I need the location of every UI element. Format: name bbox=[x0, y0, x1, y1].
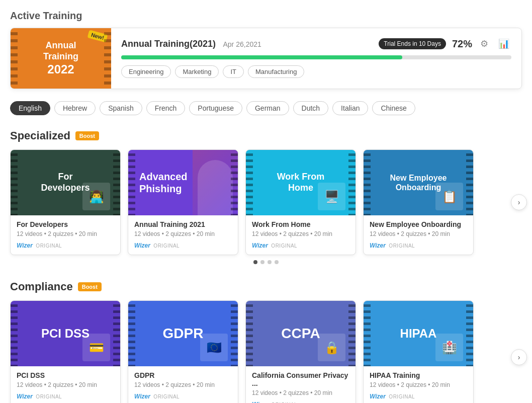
course-body-pci: PCI DSS 12 videos • 2 quizzes • 20 min W… bbox=[11, 366, 120, 403]
film-left-hipaa bbox=[364, 301, 371, 366]
course-name-1: For Developers bbox=[17, 220, 114, 228]
film-right-4 bbox=[466, 150, 473, 215]
wizer-logo-2: Wizer ORIGINAL bbox=[134, 240, 232, 250]
course-meta-1: 12 videos • 2 quizzes • 20 min bbox=[17, 230, 114, 237]
lang-hebrew[interactable]: Hebrew bbox=[54, 101, 96, 115]
lang-portuguese[interactable]: Portuguese bbox=[189, 101, 242, 115]
dot-1 bbox=[253, 260, 257, 264]
course-body-ccpa: California Consumer Privacy ... 12 video… bbox=[246, 366, 356, 403]
course-body-1: For Developers 12 videos • 2 quizzes • 2… bbox=[11, 215, 120, 255]
course-thumb-hipaa: HIPAA 🏥 bbox=[364, 301, 473, 366]
progress-percent: 72% bbox=[452, 38, 472, 50]
course-thumb-title-3: Work FromHome bbox=[273, 172, 329, 193]
course-card-hipaa[interactable]: HIPAA 🏥 HIPAA Training 12 videos • 2 qui… bbox=[363, 300, 474, 403]
course-meta-pci: 12 videos • 2 quizzes • 20 min bbox=[17, 381, 114, 388]
training-header-right: Trial Ends in 10 Days 72% ⚙ 📊 bbox=[379, 36, 511, 51]
wizer-logo-hipaa: Wizer ORIGINAL bbox=[370, 391, 467, 400]
dot-4 bbox=[275, 260, 279, 264]
film-right-pci bbox=[113, 301, 120, 366]
film-right-2 bbox=[231, 150, 238, 215]
course-thumb-onboarding: New EmployeeOnboarding 📋 bbox=[364, 150, 473, 215]
film-left-2 bbox=[128, 150, 135, 215]
course-thumb-title-ccpa: CCPA bbox=[277, 325, 324, 342]
compliance-section: Compliance Boost PCI DSS 💳 PCI DSS 12 vi… bbox=[10, 280, 522, 403]
course-card-pci-dss[interactable]: PCI DSS 💳 PCI DSS 12 videos • 2 quizzes … bbox=[10, 300, 121, 403]
chart-button[interactable]: 📊 bbox=[496, 36, 511, 51]
thumbnail-line1: Annual bbox=[43, 40, 78, 51]
course-meta-3: 12 videos • 2 quizzes • 20 min bbox=[252, 230, 349, 237]
thumbnail-line2: Training bbox=[43, 51, 78, 62]
specialized-label: Specialized bbox=[10, 129, 70, 142]
course-thumb-title-4: New EmployeeOnboarding bbox=[386, 173, 451, 192]
dot-2 bbox=[260, 260, 264, 264]
film-right-ccpa bbox=[348, 301, 356, 366]
course-body-4: New Employee Onboarding 12 videos • 2 qu… bbox=[364, 215, 473, 255]
thumbnail-year: 2022 bbox=[43, 62, 78, 76]
tag-manufacturing[interactable]: Manufacturing bbox=[248, 65, 304, 78]
training-date: Apr 26,2021 bbox=[223, 40, 261, 48]
wizer-logo-4: Wizer ORIGINAL bbox=[370, 240, 467, 250]
course-thumb-work-from-home: Work FromHome 🖥️ bbox=[246, 150, 356, 215]
lang-spanish[interactable]: Spanish bbox=[100, 101, 142, 115]
specialized-pagination bbox=[10, 260, 522, 264]
course-name-hipaa: HIPAA Training bbox=[370, 371, 467, 379]
training-title-group: Annual Training(2021) Apr 26,2021 bbox=[121, 39, 261, 49]
gear-button[interactable]: ⚙ bbox=[478, 36, 490, 51]
film-strip-right bbox=[104, 28, 111, 89]
compliance-header: Compliance Boost bbox=[10, 280, 522, 293]
compliance-label: Compliance bbox=[10, 280, 73, 293]
specialized-boost-badge: Boost bbox=[75, 131, 99, 140]
training-thumbnail: Annual Training 2022 New! bbox=[11, 28, 111, 89]
training-tags: Engineering Marketing IT Manufacturing bbox=[121, 65, 511, 78]
wizer-logo-ccpa: Wizer ORIGINAL bbox=[252, 399, 349, 403]
tag-engineering[interactable]: Engineering bbox=[121, 65, 171, 78]
lang-french[interactable]: French bbox=[146, 101, 186, 115]
specialized-course-row: ForDevelopers 👨‍💻 For Developers 12 vide… bbox=[10, 149, 522, 255]
active-training-section: Active Training Annual Training 2022 New… bbox=[10, 10, 522, 89]
course-card-work-from-home[interactable]: Work FromHome 🖥️ Work From Home 12 video… bbox=[245, 149, 356, 255]
active-training-card: Annual Training 2022 New! Annual Trainin… bbox=[10, 28, 522, 89]
course-card-for-developers[interactable]: ForDevelopers 👨‍💻 For Developers 12 vide… bbox=[10, 149, 121, 255]
course-meta-2: 12 videos • 2 quizzes • 20 min bbox=[134, 230, 232, 237]
film-right-gdpr bbox=[231, 301, 238, 366]
wizer-logo-gdpr: Wizer ORIGINAL bbox=[134, 391, 232, 400]
compliance-next-arrow[interactable]: › bbox=[511, 349, 527, 365]
film-right-3 bbox=[348, 150, 356, 215]
course-thumb-for-developers: ForDevelopers 👨‍💻 bbox=[11, 150, 120, 215]
course-thumb-gdpr: GDPR 🇪🇺 bbox=[128, 301, 238, 366]
tag-it[interactable]: IT bbox=[223, 65, 244, 78]
course-thumb-title-gdpr: GDPR bbox=[159, 325, 208, 342]
active-training-title: Active Training bbox=[10, 10, 522, 22]
course-name-ccpa: California Consumer Privacy ... bbox=[252, 371, 349, 387]
course-name-2: Annual Training 2021 bbox=[134, 220, 232, 228]
film-left-ccpa bbox=[246, 301, 253, 366]
lang-italian[interactable]: Italian bbox=[332, 101, 368, 115]
course-card-gdpr[interactable]: GDPR 🇪🇺 GDPR 12 videos • 2 quizzes • 20 … bbox=[128, 300, 238, 403]
course-body-2: Annual Training 2021 12 videos • 2 quizz… bbox=[128, 215, 238, 255]
film-right-hipaa bbox=[466, 301, 473, 366]
tag-marketing[interactable]: Marketing bbox=[175, 65, 219, 78]
training-header: Annual Training(2021) Apr 26,2021 Trial … bbox=[121, 36, 511, 51]
lang-english[interactable]: English bbox=[10, 101, 50, 115]
film-left-gdpr bbox=[128, 301, 135, 366]
course-card-onboarding[interactable]: New EmployeeOnboarding 📋 New Employee On… bbox=[363, 149, 474, 255]
course-thumb-pci: PCI DSS 💳 bbox=[11, 301, 120, 366]
specialized-header: Specialized Boost bbox=[10, 129, 522, 142]
course-thumb-title-1: ForDevelopers bbox=[37, 172, 94, 193]
course-card-ccpa[interactable]: CCPA 🔒 California Consumer Privacy ... 1… bbox=[245, 300, 356, 403]
compliance-boost-badge: Boost bbox=[78, 282, 102, 291]
course-meta-hipaa: 12 videos • 2 quizzes • 20 min bbox=[370, 381, 467, 388]
course-card-advanced-phishing[interactable]: AdvancedPhishing Annual Training 2021 12… bbox=[128, 149, 238, 255]
lang-chinese[interactable]: Chinese bbox=[372, 101, 415, 115]
film-left-4 bbox=[364, 150, 371, 215]
film-left-pci bbox=[11, 301, 18, 366]
film-right-1 bbox=[113, 150, 120, 215]
course-name-gdpr: GDPR bbox=[134, 371, 232, 379]
specialized-next-arrow[interactable]: › bbox=[511, 194, 527, 210]
wizer-logo-3: Wizer ORIGINAL bbox=[252, 240, 349, 250]
training-title: Annual Training(2021) bbox=[121, 39, 216, 49]
specialized-section: Specialized Boost ForDevelopers 👨‍💻 For … bbox=[10, 129, 522, 264]
progress-bar-container bbox=[121, 55, 511, 59]
lang-dutch[interactable]: Dutch bbox=[293, 101, 329, 115]
lang-german[interactable]: German bbox=[246, 101, 289, 115]
